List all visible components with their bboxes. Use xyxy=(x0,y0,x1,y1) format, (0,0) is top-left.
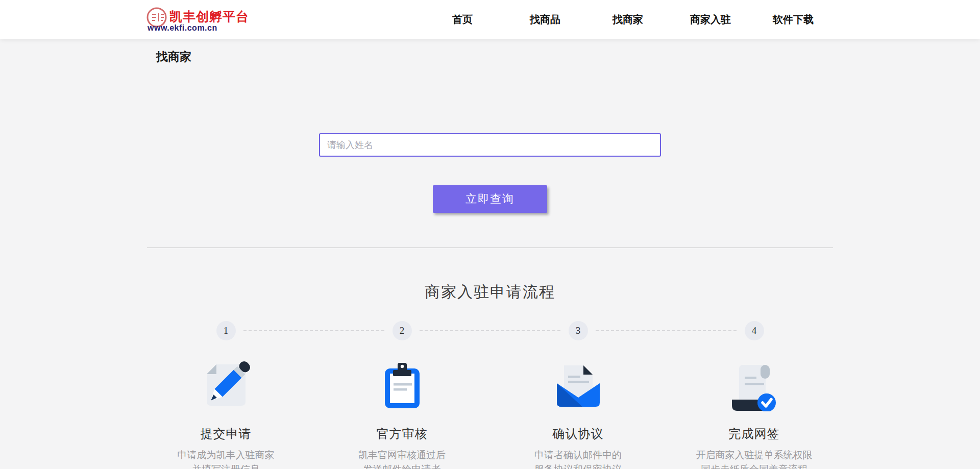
step-description: 开启商家入驻提单系统权限 同步走纸质合同盖章流程 xyxy=(696,448,813,469)
envelope-icon xyxy=(553,359,604,411)
step-confirm-agreement: 3 确认协议 申请者确认邮件中的 服务协议和保密协议 xyxy=(490,321,666,469)
nav-item-find-merchants[interactable]: 找商家 xyxy=(586,13,669,27)
step-title: 官方审核 xyxy=(377,426,428,442)
step-number-badge: 1 xyxy=(216,321,236,340)
step-number-badge: 4 xyxy=(745,321,764,340)
top-header: 凯丰创孵平台 www.ekfi.com.cn 首页 找商品 找商家 商家入驻 软… xyxy=(0,0,980,39)
site-logo[interactable]: 凯丰创孵平台 www.ekfi.com.cn xyxy=(146,7,231,33)
step-official-review: 2 官方审核 凯丰官网审核通过后 发送邮件给申请者 xyxy=(314,321,490,469)
process-steps: 1 提交申请 申请成为凯丰入驻商家 并填写注册信息 2 xyxy=(138,321,842,469)
main-nav: 首页 找商品 找商家 商家入驻 软件下载 xyxy=(421,0,836,39)
nav-item-home[interactable]: 首页 xyxy=(421,13,504,27)
pencil-document-icon xyxy=(201,359,252,411)
query-now-button[interactable]: 立即查询 xyxy=(433,185,547,213)
clipboard-icon xyxy=(377,359,428,411)
nav-item-find-products[interactable]: 找商品 xyxy=(504,13,586,27)
name-search-input[interactable] xyxy=(319,133,661,157)
step-title: 确认协议 xyxy=(553,426,604,442)
page-title: 找商家 xyxy=(156,49,191,65)
step-title: 完成网签 xyxy=(729,426,780,442)
step-description: 申请者确认邮件中的 服务协议和保密协议 xyxy=(534,448,622,469)
step-title: 提交申请 xyxy=(201,426,252,442)
logo-domain: www.ekfi.com.cn xyxy=(148,23,217,33)
nav-item-merchant-entry[interactable]: 商家入驻 xyxy=(669,13,752,27)
step-description: 申请成为凯丰入驻商家 并填写注册信息 xyxy=(178,448,275,469)
step-complete-esign: 4 完成网签 开启商家入驻提单系统权限 同步走纸质合同盖章流程 xyxy=(666,321,842,469)
step-description: 凯丰官网审核通过后 发送邮件给申请者 xyxy=(358,448,446,469)
nav-item-software-download[interactable]: 软件下载 xyxy=(752,13,835,27)
step-number-badge: 2 xyxy=(393,321,412,340)
contract-check-icon xyxy=(729,359,780,411)
process-section-title: 商家入驻申请流程 xyxy=(0,282,980,303)
step-number-badge: 3 xyxy=(569,321,588,340)
step-submit-application: 1 提交申请 申请成为凯丰入驻商家 并填写注册信息 xyxy=(138,321,314,469)
logo-title: 凯丰创孵平台 xyxy=(169,8,249,25)
section-divider xyxy=(147,248,833,248)
